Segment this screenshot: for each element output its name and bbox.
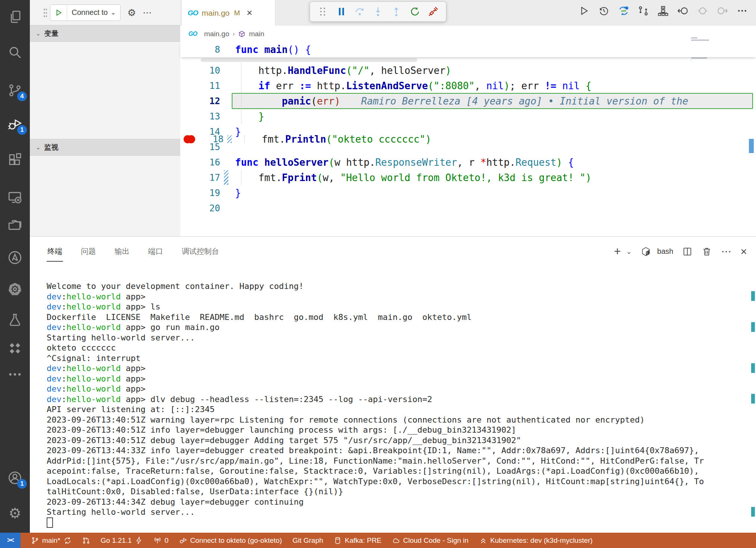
containers-icon[interactable] xyxy=(0,212,30,238)
go-file-icon: GO xyxy=(188,9,198,17)
kafka-item[interactable]: Kafka: PRE xyxy=(334,536,381,545)
run-debug-icon[interactable]: 1 xyxy=(0,111,30,137)
breadcrumb[interactable]: GO main.go › main xyxy=(180,26,756,42)
breadcrumb-separator: › xyxy=(233,30,235,38)
code-line[interactable]: 18 fmt.Println("okteto ccccccc") xyxy=(184,135,192,143)
code-line[interactable]: 8func main() { xyxy=(180,42,756,57)
pause-icon[interactable] xyxy=(336,6,347,17)
step-out-icon xyxy=(391,6,402,17)
bolt-icon xyxy=(135,536,143,545)
debug-start-icon xyxy=(179,536,187,545)
panel-actions: + ⌄ $ bash ⋯ × xyxy=(614,237,747,266)
terminal-line: dev:hello-world app> ls xyxy=(47,302,745,312)
git-compare-icon[interactable] xyxy=(638,5,649,16)
timeline-history-icon[interactable] xyxy=(598,5,609,16)
terminal-line: 2023-09-26T13:40:51Z debug layer=debugge… xyxy=(47,435,745,446)
tab-ports[interactable]: 端口 xyxy=(147,244,164,259)
test-beaker-icon[interactable] xyxy=(0,307,30,333)
org-chart-icon[interactable] xyxy=(657,5,669,16)
code-line[interactable]: 20 xyxy=(180,200,756,216)
remote-explorer-icon[interactable] xyxy=(0,184,30,210)
panel-close-icon[interactable]: × xyxy=(740,245,747,258)
git-graph-item[interactable]: Git Graph xyxy=(293,536,323,545)
bash-terminal-icon: $ xyxy=(641,246,651,257)
debug-target-item[interactable]: Connect to okteto (go-okteto) xyxy=(179,536,282,545)
vscode-window: 4 1 1 xyxy=(0,0,756,548)
sync-diff-icon[interactable]: diff xyxy=(618,5,629,16)
tab-main-go[interactable]: GO main.go M × xyxy=(181,0,275,26)
kubernetes-icon[interactable] xyxy=(0,276,30,302)
kubernetes-item[interactable]: Kubernetes: dev (k3d-mycluster) xyxy=(479,536,593,545)
breadcrumb-symbol[interactable]: main xyxy=(249,30,264,38)
extensions-icon[interactable] xyxy=(0,147,30,173)
terminal-line xyxy=(47,517,745,529)
ports-item[interactable]: 0 xyxy=(153,536,169,545)
chevron-down-icon: ⌄ xyxy=(36,30,41,37)
watch-section-header[interactable]: ⌄ 监视 xyxy=(30,139,180,156)
go-version-item[interactable]: Go 1.21.1 xyxy=(101,536,143,545)
tab-bar: GO main.go M × diff xyxy=(180,0,756,26)
ansible-icon[interactable] xyxy=(0,245,30,271)
code-line[interactable]: 19} xyxy=(180,185,756,200)
code-line[interactable]: 12 panic(err)Ramiro Berrelleza [4 years … xyxy=(180,93,756,109)
pull-request-item[interactable] xyxy=(82,536,90,545)
run-icon[interactable] xyxy=(578,5,590,16)
search-icon[interactable] xyxy=(0,39,30,65)
code-line[interactable]: 10 http.HandleFunc("/", helloServer) xyxy=(180,63,756,78)
branch-item[interactable]: main* xyxy=(31,536,72,545)
watch-section-label: 监视 xyxy=(44,143,59,152)
launch-config-combo[interactable]: Connect to ⌄ xyxy=(50,4,121,21)
branch-label: main* xyxy=(42,536,60,545)
tab-terminal[interactable]: 终端 xyxy=(47,244,63,259)
code-line[interactable]: 13 } xyxy=(180,109,756,124)
new-terminal-icon[interactable]: + xyxy=(614,245,621,258)
go-version-label: Go 1.21.1 xyxy=(101,536,132,545)
cloud-code-item[interactable]: Cloud Code - Sign in xyxy=(392,536,468,545)
gitlens-blame: Ramiro Berrelleza [4 years ago] • Initia… xyxy=(361,96,756,107)
terminal-line: API server listening at: [::]:2345 xyxy=(47,404,745,415)
restart-icon[interactable] xyxy=(409,6,421,17)
editor-group: GO main.go M × diff GO main.go › xyxy=(180,0,756,236)
settings-gear-icon[interactable]: ⚙ xyxy=(0,500,30,526)
debug-sidebar: Connect to ⌄ ⚙ ⋯ ⌄ 变量 ⌄ 监视 xyxy=(30,0,181,236)
chevron-down-icon[interactable]: ⌄ xyxy=(626,247,632,256)
close-icon[interactable]: × xyxy=(247,7,252,19)
remote-indicator[interactable]: >< xyxy=(0,533,21,548)
code-area[interactable]: 8func main() {10 http.HandleFunc("/", he… xyxy=(180,42,756,236)
code-line[interactable]: 16func helloServer(w http.ResponseWriter… xyxy=(180,155,756,170)
drag-handle-icon[interactable] xyxy=(43,8,47,18)
tab-output[interactable]: 输出 xyxy=(114,244,130,259)
terminal-cursor xyxy=(47,517,53,528)
tab-debug-console[interactable]: 调试控制台 xyxy=(181,244,220,259)
debug-settings-gear-icon[interactable]: ⚙ xyxy=(127,8,136,18)
toolbar-grip-icon[interactable] xyxy=(317,6,328,17)
code-line[interactable]: 17 fmt.Fprint(w, "Hello world from Oktet… xyxy=(180,170,756,185)
account-icon[interactable]: 1 xyxy=(0,465,30,491)
navigate-back-icon[interactable] xyxy=(677,5,688,16)
terminal-output[interactable]: Welcome to your development container. H… xyxy=(47,281,745,529)
tab-problems[interactable]: 问题 xyxy=(80,244,97,259)
code-line[interactable]: 11 if err := http.ListenAndServe(":8080"… xyxy=(180,78,756,93)
explorer-icon[interactable] xyxy=(0,4,30,30)
split-terminal-icon[interactable] xyxy=(682,246,693,257)
panel-more-icon[interactable]: ⋯ xyxy=(721,245,731,258)
kill-terminal-trash-icon[interactable] xyxy=(702,246,712,257)
bottom-panel: 终端 问题 输出 端口 调试控制台 + ⌄ $ bash ⋯ × Welcome… xyxy=(30,236,756,533)
more-views-icon[interactable] xyxy=(0,364,30,384)
debug-toolbar xyxy=(310,1,446,22)
breadcrumb-file[interactable]: main.go xyxy=(204,30,229,38)
breakpoint-dot[interactable] xyxy=(187,135,195,143)
account-badge: 1 xyxy=(17,479,27,489)
start-debug-icon[interactable] xyxy=(50,5,67,21)
terminal-line: okteto ccccccc xyxy=(47,343,745,353)
terminal-line: talHitCount:0x0, Disabled:false, UserDat… xyxy=(47,486,745,497)
sidebar-more-icon[interactable]: ⋯ xyxy=(143,8,151,17)
variables-section-header[interactable]: ⌄ 变量 xyxy=(30,25,180,42)
editor-more-icon[interactable] xyxy=(737,5,748,16)
cloud-code-diamonds-icon[interactable] xyxy=(0,335,30,361)
source-control-icon[interactable]: 4 xyxy=(0,77,30,103)
overview-ruler-mark xyxy=(749,139,754,153)
disconnect-icon[interactable] xyxy=(428,6,439,17)
shell-name-label[interactable]: bash xyxy=(657,247,673,256)
activity-bar: 4 1 1 xyxy=(0,0,30,533)
